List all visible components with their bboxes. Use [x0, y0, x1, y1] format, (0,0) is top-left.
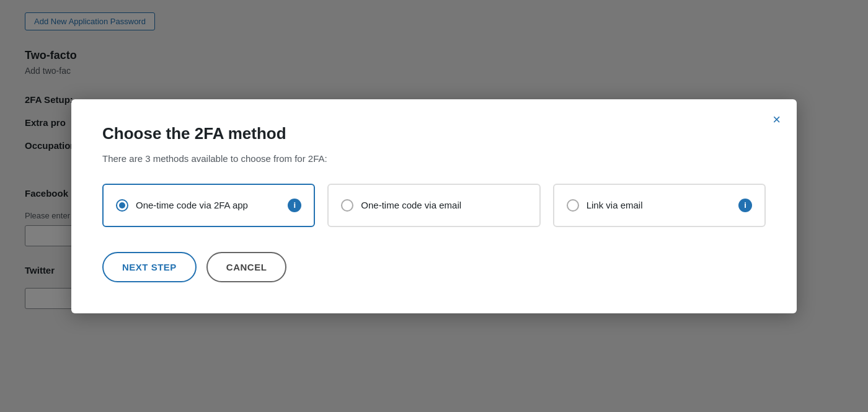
info-badge-app[interactable]: i [288, 199, 301, 212]
option-email-code[interactable]: One-time code via email [327, 184, 540, 227]
close-button[interactable]: × [770, 110, 783, 129]
option-app[interactable]: One-time code via 2FA app i [102, 184, 315, 227]
modal-overlay: × Choose the 2FA method There are 3 meth… [0, 0, 868, 412]
info-badge-link[interactable]: i [738, 199, 752, 212]
option-email-link-label: Link via email [587, 200, 643, 210]
modal-subtitle: There are 3 methods available to choose … [102, 153, 766, 164]
cancel-button[interactable]: CANCEL [206, 252, 287, 282]
radio-circle-email-link [567, 199, 579, 212]
modal-title: Choose the 2FA method [102, 124, 766, 143]
method-options: One-time code via 2FA app i One-time cod… [102, 184, 766, 227]
next-step-button[interactable]: NEXT STEP [102, 252, 197, 282]
option-app-label: One-time code via 2FA app [136, 200, 248, 210]
radio-circle-email-code [341, 199, 353, 212]
modal-actions: NEXT STEP CANCEL [102, 252, 766, 282]
option-email-code-label: One-time code via email [361, 200, 461, 210]
option-email-link[interactable]: Link via email i [553, 184, 766, 227]
modal-dialog: × Choose the 2FA method There are 3 meth… [71, 99, 797, 313]
radio-circle-app [116, 199, 128, 212]
